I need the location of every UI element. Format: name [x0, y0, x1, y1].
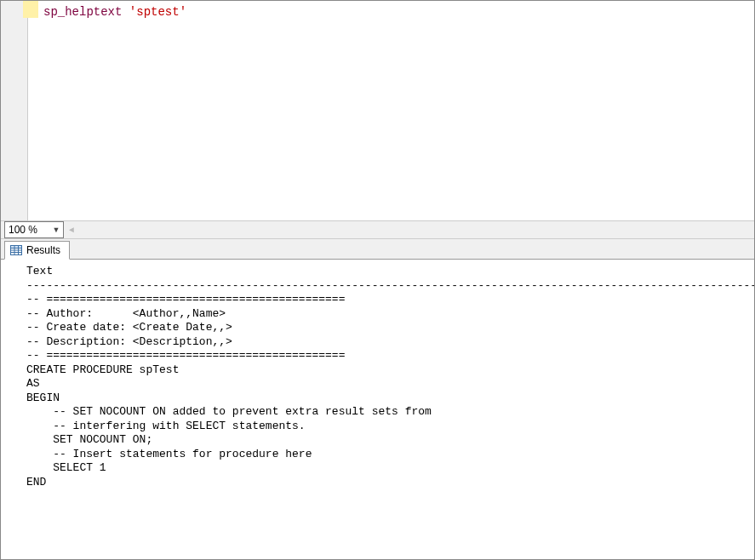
results-line: SET NOCOUNT ON; — [26, 433, 754, 448]
tab-results[interactable]: Results — [4, 241, 70, 260]
results-line: BEGIN — [26, 391, 754, 406]
token-space — [122, 5, 129, 19]
query-editor-area: sp_helptext 'sptest' — [1, 1, 754, 220]
svg-rect-1 — [11, 246, 22, 249]
chevron-down-icon: ▼ — [51, 226, 61, 234]
token-builtin: sp_helptext — [43, 5, 122, 19]
zoom-dropdown[interactable]: 100 % ▼ — [4, 221, 64, 238]
results-line: -- Author: <Author,,Name> — [26, 307, 754, 322]
results-line: -- SET NOCOUNT ON added to prevent extra… — [26, 405, 754, 420]
tab-label: Results — [26, 244, 60, 256]
results-line: -- interfering with SELECT statements. — [26, 420, 754, 434]
results-grid-icon — [10, 245, 22, 255]
change-marker-overflow — [28, 1, 38, 18]
code-line: sp_helptext 'sptest' — [43, 4, 749, 20]
results-line: CREATE PROCEDURE spTest — [26, 363, 754, 378]
results-line: END — [26, 476, 754, 490]
query-editor[interactable]: sp_helptext 'sptest' — [28, 1, 754, 220]
zoom-value: 100 % — [9, 224, 37, 236]
results-column-header: Text — [26, 265, 754, 279]
results-pane[interactable]: Text -----------------------------------… — [1, 260, 754, 559]
results-line: AS — [26, 377, 754, 391]
ssms-window: sp_helptext 'sptest' 100 % ▼ ◄ Results — [0, 0, 755, 560]
results-text: -- =====================================… — [26, 293, 754, 489]
hscroll-left-icon[interactable]: ◄ — [66, 224, 77, 236]
results-line: SELECT 1 — [26, 461, 754, 476]
token-string: 'sptest' — [129, 5, 186, 19]
results-line: -- Create date: <Create Date,,> — [26, 321, 754, 335]
results-line: -- =====================================… — [26, 293, 754, 307]
results-line: -- =====================================… — [26, 349, 754, 363]
results-separator: ----------------------------------------… — [26, 279, 754, 294]
results-tabstrip: Results — [1, 239, 754, 260]
zoom-toolbar: 100 % ▼ ◄ — [1, 220, 754, 239]
results-line: -- Description: <Description,,> — [26, 335, 754, 350]
editor-gutter — [1, 1, 28, 220]
results-line: -- Insert statements for procedure here — [26, 448, 754, 462]
